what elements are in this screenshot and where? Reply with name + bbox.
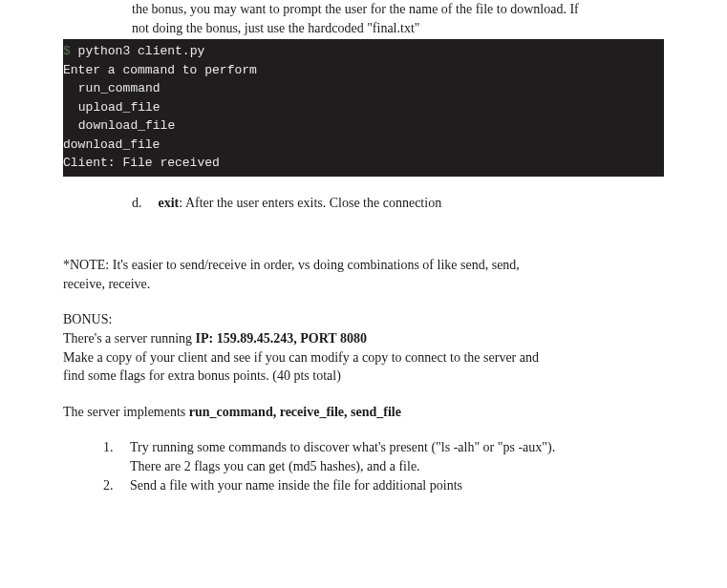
- impl-commands: run_command, receive_file, send_file: [189, 405, 401, 419]
- terminal-line-2: Enter a command to perform: [63, 61, 660, 80]
- impl-pre: The server implements: [63, 405, 189, 419]
- list-item-d: d. exit: After the user enters exits. Cl…: [132, 194, 664, 213]
- terminal-line-5: download_file: [63, 116, 660, 136]
- list-item-2: 2. Send a file with your name inside the…: [103, 476, 664, 495]
- list-item-1a: Try running some commands to discover wh…: [130, 440, 555, 454]
- intro-line-1: the bonus, you may want to prompt the us…: [132, 2, 579, 16]
- terminal-line-4: upload_file: [63, 98, 660, 117]
- intro-paragraph: the bonus, you may want to prompt the us…: [132, 0, 664, 37]
- server-implements: The server implements run_command, recei…: [63, 403, 664, 422]
- bonus-ip-port: IP: 159.89.45.243, PORT 8080: [196, 331, 367, 346]
- list-item-1: 1. Try running some commands to discover…: [103, 438, 664, 475]
- list-num-2: 2.: [103, 476, 114, 495]
- bonus-line1-pre: There's a server running: [63, 331, 196, 346]
- terminal-command: python3 client.py: [71, 44, 204, 58]
- terminal-prompt: $: [63, 44, 71, 58]
- item-d-rest: : After the user enters exits. Close the…: [179, 196, 441, 210]
- note-line-2: receive, receive.: [63, 277, 150, 291]
- item-d-marker: d.: [132, 194, 155, 213]
- numbered-list: 1. Try running some commands to discover…: [103, 438, 664, 494]
- bonus-heading: BONUS:: [63, 310, 664, 329]
- bonus-line-2: Make a copy of your client and see if yo…: [63, 348, 664, 368]
- intro-line-2: not doing the bonus, just use the hardco…: [132, 21, 420, 35]
- note-block: *NOTE: It's easier to send/receive in or…: [63, 256, 664, 293]
- terminal-line-7: Client: File received: [63, 154, 660, 173]
- item-d-bold: exit: [159, 196, 180, 210]
- terminal-screenshot: $ python3 client.pyEnter a command to pe…: [63, 39, 664, 177]
- terminal-line-3: run_command: [63, 79, 660, 98]
- list-num-1: 1.: [103, 438, 114, 457]
- terminal-line-6: download_file: [63, 136, 660, 155]
- list-item-2-text: Send a file with your name inside the fi…: [130, 478, 462, 493]
- note-line-1: *NOTE: It's easier to send/receive in or…: [63, 258, 520, 272]
- bonus-block: BONUS: There's a server running IP: 159.…: [63, 310, 664, 385]
- list-item-1b: There are 2 flags you can get (md5 hashe…: [130, 459, 420, 473]
- bonus-line-3: find some flags for extra bonus points. …: [63, 367, 664, 386]
